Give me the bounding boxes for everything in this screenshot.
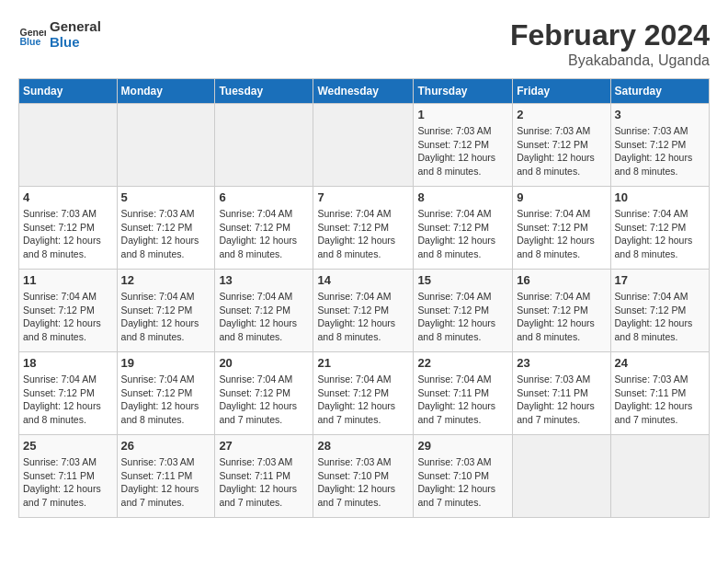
day-info: Sunrise: 7:03 AM Sunset: 7:12 PM Dayligh…: [417, 124, 508, 178]
calendar-cell: 19Sunrise: 7:04 AM Sunset: 7:12 PM Dayli…: [117, 352, 215, 435]
day-info: Sunrise: 7:04 AM Sunset: 7:12 PM Dayligh…: [121, 373, 211, 427]
day-number: 2: [517, 108, 606, 121]
calendar-cell: [19, 104, 118, 187]
calendar-cell: [117, 104, 215, 187]
header-sunday: Sunday: [19, 79, 118, 104]
day-number: 20: [219, 356, 309, 370]
page-title: February 2024: [510, 18, 710, 52]
week-row-4: 25Sunrise: 7:03 AM Sunset: 7:11 PM Dayli…: [19, 435, 710, 518]
logo-general: General: [50, 18, 101, 34]
day-info: Sunrise: 7:04 AM Sunset: 7:12 PM Dayligh…: [317, 207, 409, 261]
day-number: 6: [219, 190, 309, 204]
day-number: 25: [23, 439, 113, 453]
week-row-3: 18Sunrise: 7:04 AM Sunset: 7:12 PM Dayli…: [19, 352, 710, 435]
calendar-cell: 7Sunrise: 7:04 AM Sunset: 7:12 PM Daylig…: [313, 187, 414, 270]
day-info: Sunrise: 7:03 AM Sunset: 7:12 PM Dayligh…: [121, 207, 211, 261]
calendar-cell: 28Sunrise: 7:03 AM Sunset: 7:10 PM Dayli…: [313, 435, 414, 518]
day-info: Sunrise: 7:04 AM Sunset: 7:12 PM Dayligh…: [23, 290, 113, 344]
day-info: Sunrise: 7:03 AM Sunset: 7:11 PM Dayligh…: [517, 373, 606, 427]
svg-text:Blue: Blue: [20, 36, 41, 47]
header-monday: Monday: [117, 79, 215, 104]
day-info: Sunrise: 7:04 AM Sunset: 7:12 PM Dayligh…: [317, 373, 409, 427]
calendar-cell: 18Sunrise: 7:04 AM Sunset: 7:12 PM Dayli…: [19, 352, 118, 435]
week-row-2: 11Sunrise: 7:04 AM Sunset: 7:12 PM Dayli…: [19, 270, 710, 352]
calendar-header-row: SundayMondayTuesdayWednesdayThursdayFrid…: [19, 79, 710, 104]
day-number: 17: [615, 273, 705, 287]
page-header: General Blue General Blue February 2024 …: [18, 18, 710, 69]
calendar-cell: 9Sunrise: 7:04 AM Sunset: 7:12 PM Daylig…: [513, 187, 610, 270]
header-tuesday: Tuesday: [215, 79, 313, 104]
day-info: Sunrise: 7:04 AM Sunset: 7:12 PM Dayligh…: [317, 290, 409, 344]
day-info: Sunrise: 7:04 AM Sunset: 7:12 PM Dayligh…: [417, 290, 508, 344]
calendar-cell: [513, 435, 610, 518]
calendar-cell: 13Sunrise: 7:04 AM Sunset: 7:12 PM Dayli…: [215, 270, 313, 352]
calendar-cell: 3Sunrise: 7:03 AM Sunset: 7:12 PM Daylig…: [610, 104, 709, 187]
day-number: 11: [23, 273, 113, 287]
day-number: 13: [219, 273, 309, 287]
day-number: 7: [317, 190, 409, 204]
header-saturday: Saturday: [610, 79, 709, 104]
calendar-cell: [313, 104, 414, 187]
day-number: 8: [417, 190, 508, 204]
day-number: 27: [219, 439, 309, 453]
calendar-cell: 4Sunrise: 7:03 AM Sunset: 7:12 PM Daylig…: [19, 187, 118, 270]
day-info: Sunrise: 7:03 AM Sunset: 7:12 PM Dayligh…: [615, 124, 705, 178]
page-subtitle: Byakabanda, Uganda: [510, 52, 710, 69]
calendar-cell: 2Sunrise: 7:03 AM Sunset: 7:12 PM Daylig…: [513, 104, 610, 187]
calendar-cell: 11Sunrise: 7:04 AM Sunset: 7:12 PM Dayli…: [19, 270, 118, 352]
day-number: 19: [121, 356, 211, 370]
day-number: 29: [417, 439, 508, 453]
day-info: Sunrise: 7:04 AM Sunset: 7:12 PM Dayligh…: [517, 207, 606, 261]
day-info: Sunrise: 7:03 AM Sunset: 7:10 PM Dayligh…: [317, 455, 409, 510]
calendar-cell: 14Sunrise: 7:04 AM Sunset: 7:12 PM Dayli…: [313, 270, 414, 352]
day-info: Sunrise: 7:03 AM Sunset: 7:11 PM Dayligh…: [219, 455, 309, 510]
day-number: 23: [517, 356, 606, 370]
day-number: 28: [317, 439, 409, 453]
calendar-cell: 10Sunrise: 7:04 AM Sunset: 7:12 PM Dayli…: [610, 187, 709, 270]
day-info: Sunrise: 7:04 AM Sunset: 7:12 PM Dayligh…: [219, 290, 309, 344]
day-info: Sunrise: 7:03 AM Sunset: 7:12 PM Dayligh…: [517, 124, 606, 178]
title-block: February 2024 Byakabanda, Uganda: [510, 18, 710, 69]
day-info: Sunrise: 7:04 AM Sunset: 7:12 PM Dayligh…: [23, 373, 113, 427]
day-number: 10: [615, 190, 705, 204]
day-info: Sunrise: 7:03 AM Sunset: 7:10 PM Dayligh…: [417, 455, 508, 510]
day-number: 26: [121, 439, 211, 453]
day-number: 15: [417, 273, 508, 287]
day-number: 18: [23, 356, 113, 370]
calendar-cell: 12Sunrise: 7:04 AM Sunset: 7:12 PM Dayli…: [117, 270, 215, 352]
calendar-cell: 24Sunrise: 7:03 AM Sunset: 7:11 PM Dayli…: [610, 352, 709, 435]
calendar-cell: 27Sunrise: 7:03 AM Sunset: 7:11 PM Dayli…: [215, 435, 313, 518]
day-number: 12: [121, 273, 211, 287]
calendar-cell: 26Sunrise: 7:03 AM Sunset: 7:11 PM Dayli…: [117, 435, 215, 518]
logo-icon: General Blue: [18, 20, 46, 48]
calendar-cell: 5Sunrise: 7:03 AM Sunset: 7:12 PM Daylig…: [117, 187, 215, 270]
logo-blue: Blue: [50, 34, 101, 50]
day-info: Sunrise: 7:04 AM Sunset: 7:12 PM Dayligh…: [219, 373, 309, 427]
week-row-0: 1Sunrise: 7:03 AM Sunset: 7:12 PM Daylig…: [19, 104, 710, 187]
header-wednesday: Wednesday: [313, 79, 414, 104]
calendar-cell: 29Sunrise: 7:03 AM Sunset: 7:10 PM Dayli…: [414, 435, 513, 518]
calendar-cell: 22Sunrise: 7:04 AM Sunset: 7:11 PM Dayli…: [414, 352, 513, 435]
day-info: Sunrise: 7:04 AM Sunset: 7:12 PM Dayligh…: [615, 290, 705, 344]
day-info: Sunrise: 7:04 AM Sunset: 7:11 PM Dayligh…: [417, 373, 508, 427]
day-info: Sunrise: 7:03 AM Sunset: 7:11 PM Dayligh…: [121, 455, 211, 510]
day-info: Sunrise: 7:04 AM Sunset: 7:12 PM Dayligh…: [121, 290, 211, 344]
day-number: 14: [317, 273, 409, 287]
day-number: 21: [317, 356, 409, 370]
day-number: 1: [417, 108, 508, 121]
header-thursday: Thursday: [414, 79, 513, 104]
calendar-cell: 23Sunrise: 7:03 AM Sunset: 7:11 PM Dayli…: [513, 352, 610, 435]
day-number: 24: [615, 356, 705, 370]
day-info: Sunrise: 7:04 AM Sunset: 7:12 PM Dayligh…: [615, 207, 705, 261]
calendar-cell: 1Sunrise: 7:03 AM Sunset: 7:12 PM Daylig…: [414, 104, 513, 187]
calendar-cell: [215, 104, 313, 187]
calendar-cell: 15Sunrise: 7:04 AM Sunset: 7:12 PM Dayli…: [414, 270, 513, 352]
logo: General Blue General Blue: [18, 18, 101, 50]
week-row-1: 4Sunrise: 7:03 AM Sunset: 7:12 PM Daylig…: [19, 187, 710, 270]
day-number: 3: [615, 108, 705, 121]
day-info: Sunrise: 7:03 AM Sunset: 7:11 PM Dayligh…: [615, 373, 705, 427]
day-info: Sunrise: 7:03 AM Sunset: 7:11 PM Dayligh…: [23, 455, 113, 510]
calendar-cell: [610, 435, 709, 518]
day-info: Sunrise: 7:03 AM Sunset: 7:12 PM Dayligh…: [23, 207, 113, 261]
calendar-cell: 16Sunrise: 7:04 AM Sunset: 7:12 PM Dayli…: [513, 270, 610, 352]
